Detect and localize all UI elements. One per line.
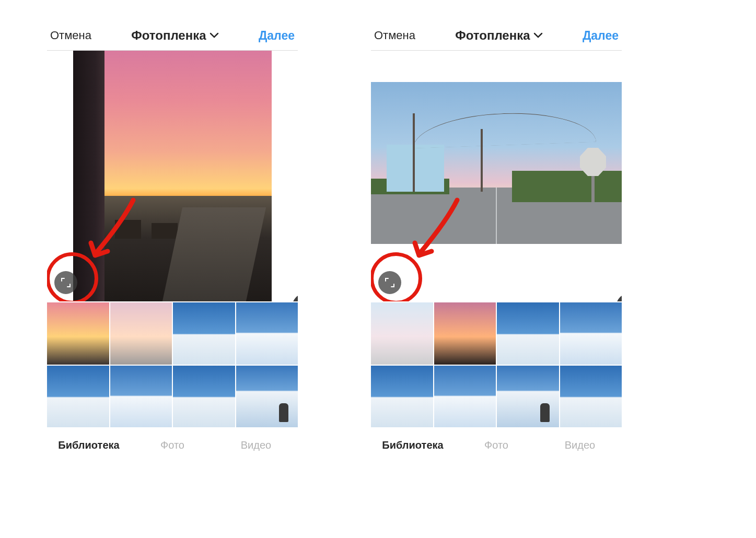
thumbnail[interactable] bbox=[47, 302, 109, 365]
chevron-down-icon bbox=[533, 32, 543, 39]
multi-select-button[interactable] bbox=[293, 294, 298, 301]
bottom-tabs: Библиотека Фото Видео bbox=[47, 430, 298, 460]
tab-photo[interactable]: Фото bbox=[455, 439, 538, 451]
thumbnail-grid bbox=[47, 302, 298, 427]
thumbnail-grid bbox=[371, 302, 622, 427]
expand-icon bbox=[60, 277, 72, 288]
tab-video[interactable]: Видео bbox=[538, 439, 622, 451]
album-picker[interactable]: Фотопленка bbox=[131, 28, 218, 43]
thumbnail[interactable] bbox=[371, 302, 433, 365]
thumbnail[interactable] bbox=[236, 302, 298, 365]
screenshot-left: Отмена Фотопленка Далее bbox=[47, 21, 298, 460]
preview-image-sunset bbox=[73, 51, 272, 301]
navbar: Отмена Фотопленка Далее bbox=[47, 21, 298, 51]
expand-button[interactable] bbox=[54, 271, 77, 294]
thumbnail[interactable] bbox=[173, 302, 235, 365]
expand-button[interactable] bbox=[378, 271, 401, 294]
tab-library[interactable]: Библиотека bbox=[47, 439, 131, 451]
thumbnail[interactable] bbox=[434, 366, 496, 428]
next-button[interactable]: Далее bbox=[583, 29, 619, 43]
thumbnail[interactable] bbox=[497, 302, 559, 365]
thumbnail[interactable] bbox=[497, 366, 559, 428]
bottom-tabs: Библиотека Фото Видео bbox=[371, 430, 622, 460]
next-button[interactable]: Далее bbox=[259, 29, 295, 43]
photo-preview[interactable] bbox=[47, 51, 298, 301]
preview-image-beach bbox=[371, 82, 622, 244]
tab-video[interactable]: Видео bbox=[214, 439, 298, 451]
multi-select-button[interactable] bbox=[617, 294, 622, 301]
thumbnail[interactable] bbox=[110, 366, 172, 428]
cancel-button[interactable]: Отмена bbox=[50, 29, 91, 42]
thumbnail[interactable] bbox=[371, 366, 433, 428]
tab-library[interactable]: Библиотека bbox=[371, 439, 455, 451]
album-title: Фотопленка bbox=[455, 28, 530, 43]
expand-icon bbox=[384, 277, 396, 288]
cancel-button[interactable]: Отмена bbox=[374, 29, 415, 42]
album-title: Фотопленка bbox=[131, 28, 206, 43]
screenshot-right: Отмена Фотопленка Далее bbox=[371, 21, 622, 460]
thumbnail[interactable] bbox=[110, 302, 172, 365]
thumbnail[interactable] bbox=[560, 302, 622, 365]
thumbnail[interactable] bbox=[434, 302, 496, 365]
thumbnail[interactable] bbox=[560, 366, 622, 428]
thumbnail[interactable] bbox=[236, 366, 298, 428]
chevron-down-icon bbox=[210, 32, 219, 39]
album-picker[interactable]: Фотопленка bbox=[455, 28, 542, 43]
navbar: Отмена Фотопленка Далее bbox=[371, 21, 622, 51]
thumbnail[interactable] bbox=[47, 366, 109, 428]
thumbnail[interactable] bbox=[173, 366, 235, 428]
tab-photo[interactable]: Фото bbox=[131, 439, 214, 451]
photo-preview[interactable] bbox=[371, 51, 622, 301]
